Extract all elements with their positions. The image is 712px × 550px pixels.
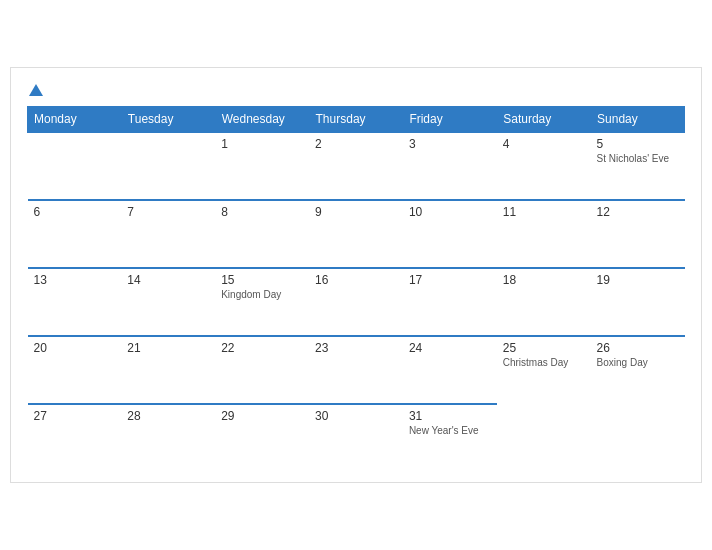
day-number: 2 — [315, 137, 397, 151]
day-event: New Year's Eve — [409, 425, 491, 436]
day-cell: 5St Nicholas' Eve — [591, 132, 685, 200]
day-cell: 31New Year's Eve — [403, 404, 497, 472]
week-row-3: 131415Kingdom Day16171819 — [28, 268, 685, 336]
day-cell: 28 — [121, 404, 215, 472]
day-cell: 25Christmas Day — [497, 336, 591, 404]
day-number: 12 — [597, 205, 679, 219]
day-number: 24 — [409, 341, 491, 355]
weekday-header-row: MondayTuesdayWednesdayThursdayFridaySatu… — [28, 107, 685, 133]
weekday-sunday: Sunday — [591, 107, 685, 133]
weekday-tuesday: Tuesday — [121, 107, 215, 133]
day-number: 17 — [409, 273, 491, 287]
day-cell — [121, 132, 215, 200]
day-cell: 26Boxing Day — [591, 336, 685, 404]
day-number: 1 — [221, 137, 303, 151]
logo — [27, 84, 43, 96]
day-event: Christmas Day — [503, 357, 585, 368]
day-number: 19 — [597, 273, 679, 287]
day-cell — [28, 132, 122, 200]
day-cell: 23 — [309, 336, 403, 404]
week-row-2: 6789101112 — [28, 200, 685, 268]
day-cell: 8 — [215, 200, 309, 268]
day-number: 23 — [315, 341, 397, 355]
day-cell: 4 — [497, 132, 591, 200]
day-number: 13 — [34, 273, 116, 287]
day-cell — [497, 404, 591, 472]
calendar-header — [27, 84, 685, 96]
day-number: 4 — [503, 137, 585, 151]
day-number: 5 — [597, 137, 679, 151]
day-number: 20 — [34, 341, 116, 355]
week-row-5: 2728293031New Year's Eve — [28, 404, 685, 472]
day-cell: 24 — [403, 336, 497, 404]
day-number: 3 — [409, 137, 491, 151]
day-cell: 11 — [497, 200, 591, 268]
day-number: 31 — [409, 409, 491, 423]
day-cell: 15Kingdom Day — [215, 268, 309, 336]
weekday-wednesday: Wednesday — [215, 107, 309, 133]
day-cell: 27 — [28, 404, 122, 472]
week-row-4: 202122232425Christmas Day26Boxing Day — [28, 336, 685, 404]
day-cell: 3 — [403, 132, 497, 200]
day-cell — [591, 404, 685, 472]
day-event: Kingdom Day — [221, 289, 303, 300]
day-number: 22 — [221, 341, 303, 355]
day-cell: 2 — [309, 132, 403, 200]
week-row-1: 12345St Nicholas' Eve — [28, 132, 685, 200]
day-cell: 9 — [309, 200, 403, 268]
logo-triangle-icon — [29, 84, 43, 96]
day-number: 6 — [34, 205, 116, 219]
day-number: 25 — [503, 341, 585, 355]
day-cell: 20 — [28, 336, 122, 404]
day-number: 10 — [409, 205, 491, 219]
day-number: 26 — [597, 341, 679, 355]
day-cell: 17 — [403, 268, 497, 336]
day-cell: 29 — [215, 404, 309, 472]
day-number: 30 — [315, 409, 397, 423]
day-cell: 10 — [403, 200, 497, 268]
day-number: 8 — [221, 205, 303, 219]
day-number: 14 — [127, 273, 209, 287]
day-cell: 12 — [591, 200, 685, 268]
day-cell: 1 — [215, 132, 309, 200]
day-cell: 16 — [309, 268, 403, 336]
weekday-friday: Friday — [403, 107, 497, 133]
day-cell: 18 — [497, 268, 591, 336]
day-event: Boxing Day — [597, 357, 679, 368]
day-cell: 7 — [121, 200, 215, 268]
day-cell: 21 — [121, 336, 215, 404]
day-event: St Nicholas' Eve — [597, 153, 679, 164]
day-cell: 22 — [215, 336, 309, 404]
day-cell: 30 — [309, 404, 403, 472]
day-cell: 19 — [591, 268, 685, 336]
day-number: 15 — [221, 273, 303, 287]
weekday-thursday: Thursday — [309, 107, 403, 133]
day-cell: 6 — [28, 200, 122, 268]
day-cell: 13 — [28, 268, 122, 336]
day-number: 21 — [127, 341, 209, 355]
calendar-grid: MondayTuesdayWednesdayThursdayFridaySatu… — [27, 106, 685, 472]
day-number: 29 — [221, 409, 303, 423]
day-number: 27 — [34, 409, 116, 423]
day-number: 9 — [315, 205, 397, 219]
day-number: 7 — [127, 205, 209, 219]
day-number: 11 — [503, 205, 585, 219]
calendar-container: MondayTuesdayWednesdayThursdayFridaySatu… — [10, 67, 702, 483]
day-number: 18 — [503, 273, 585, 287]
day-number: 16 — [315, 273, 397, 287]
day-cell: 14 — [121, 268, 215, 336]
weekday-saturday: Saturday — [497, 107, 591, 133]
day-number: 28 — [127, 409, 209, 423]
weekday-monday: Monday — [28, 107, 122, 133]
